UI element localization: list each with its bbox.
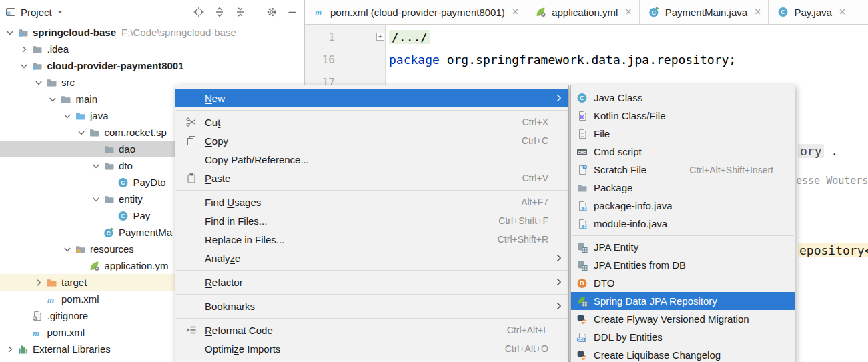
reformat-icon — [186, 325, 198, 335]
menu-item-module-info-java[interactable]: Jmodule-info.java — [571, 215, 795, 233]
menu-item-spring-data-jpa-repository[interactable]: Spring Data JPA Repository — [571, 292, 795, 310]
tab-paymentmain-java[interactable]: CPaymentMain.java× — [640, 0, 769, 24]
menu-item-bookmarks[interactable]: Bookmarks — [175, 297, 568, 315]
expand-all-icon[interactable] — [214, 7, 225, 17]
package-folder-icon — [103, 194, 115, 205]
menu-icon-slot — [186, 93, 198, 103]
menu-item-label: package-info.java — [594, 200, 673, 211]
line-number: 16 — [307, 49, 335, 71]
menu-item-new[interactable]: New — [175, 89, 568, 107]
code-line-folded[interactable]: /.../ — [389, 26, 430, 48]
menu-item-analyze[interactable]: Analyze — [175, 249, 568, 267]
menu-item-paste[interactable]: PasteCtrl+V — [175, 169, 568, 187]
menu-separator — [176, 270, 568, 271]
menu-item-refactor[interactable]: Refactor — [175, 273, 568, 291]
fold-marker-icon[interactable]: + — [376, 33, 384, 41]
chevron-down-icon[interactable] — [57, 9, 63, 15]
menu-item-java-class[interactable]: CJava Class — [571, 89, 795, 107]
chevron-down-icon[interactable] — [89, 195, 103, 203]
menu-item-create-liquibase-changelog[interactable]: Create Liquibase Changelog — [571, 346, 795, 362]
menu-item-reformat-code[interactable]: Reformat CodeCtrl+Alt+L — [175, 321, 568, 339]
chevron-down-icon[interactable] — [60, 245, 74, 253]
tree-item-cloud-provider-payment8001[interactable]: cloud-provider-payment8001 — [0, 57, 304, 74]
menu-item-label: Cmd script — [594, 146, 642, 157]
menu-item-copy-path-reference[interactable]: Copy Path/Reference... — [175, 150, 568, 169]
menu-item-label: module-info.java — [594, 218, 667, 229]
code-line-package[interactable]: package org.springframework.data.jpa.rep… — [389, 49, 736, 71]
menu-item-find-in-files[interactable]: Find in Files...Ctrl+Shift+F — [175, 211, 568, 230]
tree-item-label: target — [61, 277, 87, 288]
submenu-arrow-icon — [554, 94, 562, 102]
menu-item-label: Bookmarks — [205, 301, 255, 312]
new-submenu: CJava ClassKKotlin Class/FileFileCMDCmd … — [570, 85, 795, 362]
tab-pom-xml-cloud-provider-payment8001[interactable]: mpom.xml (cloud-provider-payment8001)× — [305, 0, 526, 24]
menu-icon-slot — [186, 277, 198, 287]
menu-item-shortcut: Ctrl+Shift+R — [498, 234, 548, 245]
menu-item-jpa-entities-from-db[interactable]: JPA Entities from DB — [571, 256, 795, 274]
hide-icon[interactable] — [287, 7, 298, 17]
menu-item-dto[interactable]: DDTO — [571, 274, 795, 292]
menu-item-replace-in-files[interactable]: Replace in Files...Ctrl+Shift+R — [175, 230, 568, 249]
menu-icon-slot — [186, 253, 198, 263]
svg-text:C: C — [121, 179, 125, 186]
svg-text:C: C — [651, 9, 656, 16]
close-icon[interactable]: × — [755, 7, 761, 17]
tab-label: Pay.java — [794, 7, 831, 18]
chevron-down-icon[interactable] — [17, 62, 31, 70]
chevron-down-icon[interactable] — [46, 95, 60, 103]
menu-item-label: Analyze — [205, 253, 240, 264]
menu-item-find-usages[interactable]: Find UsagesAlt+F7 — [175, 193, 568, 211]
menu-item-scratch-file[interactable]: Scratch FileCtrl+Alt+Shift+Insert — [571, 161, 795, 179]
chevron-right-icon[interactable] — [17, 45, 31, 53]
menu-item-copy[interactable]: CopyCtrl+C — [175, 131, 568, 150]
paste-icon — [186, 173, 198, 183]
chevron-down-icon[interactable] — [31, 79, 45, 87]
menu-item-cut[interactable]: CutCtrl+X — [175, 113, 568, 131]
chevron-down-icon[interactable] — [60, 112, 74, 120]
chevron-right-icon[interactable] — [3, 345, 17, 353]
menu-item-jpa-entity[interactable]: JPA Entity — [571, 238, 795, 256]
liquibase-icon — [576, 350, 588, 361]
menu-item-file[interactable]: File — [571, 125, 795, 143]
menu-item-shortcut: Ctrl+C — [522, 135, 548, 146]
spring-repository-icon — [576, 296, 588, 307]
folded-region[interactable]: /.../ — [389, 30, 430, 44]
menu-item-label: Copy Path/Reference... — [205, 154, 309, 165]
jpa-entity-icon — [576, 242, 588, 253]
settings-icon[interactable] — [266, 7, 277, 17]
menu-separator — [176, 110, 568, 111]
menu-item-label: Copy — [205, 135, 228, 147]
locate-icon[interactable] — [193, 7, 204, 17]
folder-icon — [60, 94, 72, 105]
tree-item-label: dao — [119, 143, 135, 155]
svg-text:K: K — [580, 114, 585, 121]
menu-item-shortcut: Ctrl+Alt+L — [507, 325, 548, 335]
close-icon[interactable]: × — [625, 7, 631, 17]
collapse-all-icon[interactable] — [235, 7, 246, 17]
menu-item-cmd-script[interactable]: CMDCmd script — [571, 143, 795, 161]
menu-separator — [572, 235, 794, 236]
menu-item-package[interactable]: Package — [571, 179, 795, 197]
submenu-arrow-icon — [554, 302, 562, 310]
svg-text:C: C — [781, 8, 786, 15]
chevron-right-icon[interactable] — [31, 279, 45, 287]
menu-item-kotlin-class-file[interactable]: KKotlin Class/File — [571, 107, 795, 125]
menu-item-package-info-java[interactable]: Jpackage-info.java — [571, 197, 795, 215]
close-icon[interactable]: × — [839, 7, 845, 17]
tree-item-label: Pay — [133, 210, 151, 221]
tree-item-springcloud-base[interactable]: springcloud-baseF:\Code\springcloud-base — [0, 24, 304, 41]
chevron-down-icon[interactable] — [89, 162, 103, 170]
menu-item-ddl-by-entities[interactable]: DDLDDL by Entities — [571, 328, 795, 346]
chevron-down-icon[interactable] — [75, 129, 89, 137]
menu-item-delete[interactable]: DeleteDelete — [175, 358, 568, 362]
class-icon: C — [117, 177, 129, 188]
tab-pay-java[interactable]: CPay.java× — [769, 0, 853, 24]
menu-item-label: DDL by Entities — [594, 331, 663, 343]
menu-item-optimize-imports[interactable]: Optimize ImportsCtrl+Alt+O — [175, 339, 568, 358]
menu-item-create-flyway-versioned-migration[interactable]: Create Flyway Versioned Migration — [571, 310, 795, 328]
close-icon[interactable]: × — [512, 7, 518, 17]
tab-application-yml[interactable]: application.yml× — [526, 0, 640, 24]
package-folder-icon — [89, 127, 101, 138]
chevron-down-icon[interactable] — [3, 29, 17, 37]
tree-item-idea[interactable]: .idea — [0, 41, 304, 57]
